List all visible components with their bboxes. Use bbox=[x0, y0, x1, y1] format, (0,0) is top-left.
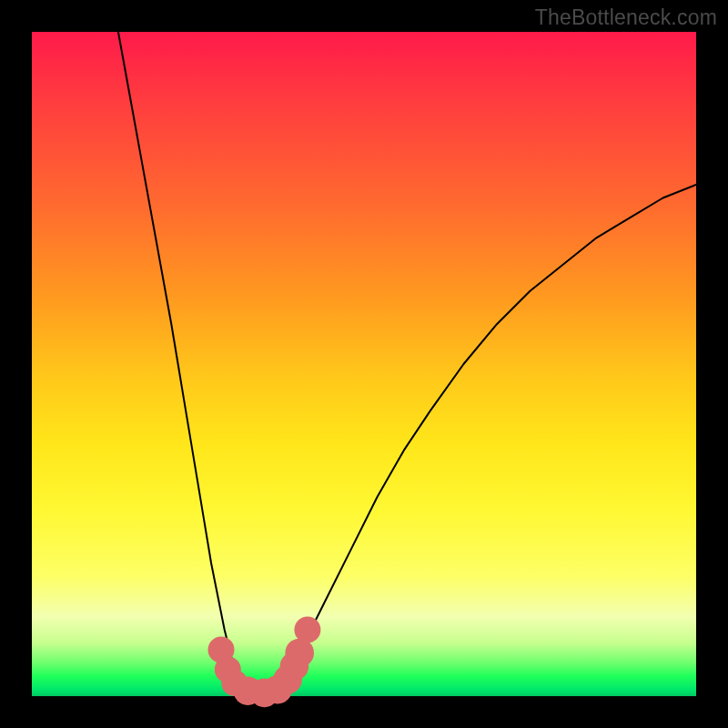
chart-lines bbox=[118, 32, 696, 696]
series-left-curve bbox=[118, 32, 251, 696]
marker-dot bbox=[285, 639, 314, 668]
watermark-text: TheBottleneck.com bbox=[535, 5, 717, 30]
series-right-curve bbox=[278, 185, 696, 696]
chart-frame: TheBottleneck.com bbox=[0, 0, 728, 728]
marker-dot bbox=[294, 617, 320, 643]
chart-svg bbox=[32, 32, 696, 696]
plot-area bbox=[32, 32, 696, 696]
